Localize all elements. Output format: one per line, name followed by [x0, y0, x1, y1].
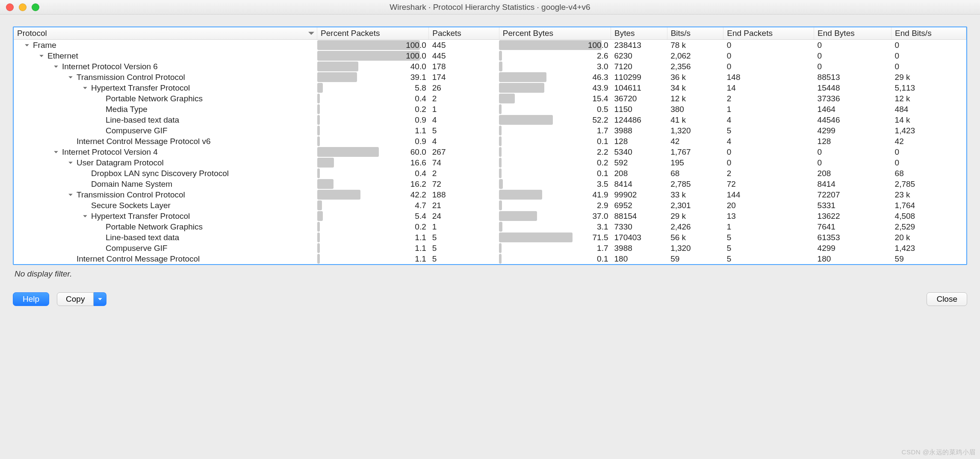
table-row[interactable]: User Datagram Protocol16.6740.2592195000: [14, 157, 966, 168]
bits-cell: 2,356: [667, 61, 723, 72]
table-body: Frame100.0445100.023841378 k000Ethernet1…: [14, 40, 966, 265]
col-header-protocol[interactable]: Protocol: [14, 27, 317, 40]
table-row[interactable]: Internet Control Message Protocol v60.94…: [14, 136, 966, 147]
disclosure-triangle-icon[interactable]: [52, 64, 59, 69]
table-row[interactable]: Compuserve GIF1.151.739881,320542991,423: [14, 243, 966, 253]
table-row[interactable]: Portable Network Graphics0.213.173302,42…: [14, 221, 966, 232]
end-bits-cell: 0: [891, 40, 966, 51]
percent-packets-cell: 1.1: [317, 243, 429, 253]
packets-cell: 5: [429, 232, 499, 243]
table-row[interactable]: Compuserve GIF1.151.739881,320542991,423: [14, 125, 966, 136]
percent-bytes-value: 15.4: [499, 93, 608, 104]
end-bytes-cell: 5331: [814, 200, 891, 211]
end-bits-cell: 20 k: [891, 232, 966, 243]
percent-packets-cell: 0.4: [317, 93, 429, 104]
disclosure-triangle-icon[interactable]: [81, 214, 89, 219]
disclosure-triangle-icon[interactable]: [67, 160, 74, 165]
bits-cell: 380: [667, 104, 723, 115]
col-header-bits-s[interactable]: Bits/s: [667, 27, 723, 40]
col-header-packets[interactable]: Packets: [429, 27, 499, 40]
col-header-percent-packets[interactable]: Percent Packets: [317, 27, 429, 40]
bits-cell: 195: [667, 157, 723, 168]
table-row[interactable]: Internet Control Message Protocol1.150.1…: [14, 253, 966, 264]
percent-bytes-value: 100.0: [499, 40, 608, 50]
col-header-end-packets[interactable]: End Packets: [723, 27, 814, 40]
stats-table-container: ProtocolPercent PacketsPacketsPercent By…: [13, 26, 967, 265]
protocol-cell: Internet Protocol Version 6: [14, 61, 317, 72]
copy-button[interactable]: Copy: [57, 292, 94, 306]
table-row[interactable]: Line-based text data1.1571.517040356 k56…: [14, 232, 966, 243]
end-packets-cell: 20: [723, 200, 814, 211]
protocol-cell: Hypertext Transfer Protocol: [14, 211, 317, 221]
chevron-down-icon: [97, 297, 103, 302]
table-row[interactable]: Media Type0.210.5115038011464484: [14, 104, 966, 115]
protocol-cell: Hypertext Transfer Protocol: [14, 82, 317, 93]
end-bits-cell: 0: [891, 157, 966, 168]
table-row[interactable]: Transmission Control Protocol39.117446.3…: [14, 72, 966, 82]
protocol-cell: Dropbox LAN sync Discovery Protocol: [14, 168, 317, 179]
protocol-cell: Media Type: [14, 104, 317, 115]
protocol-cell: Portable Network Graphics: [14, 93, 317, 104]
col-header-bytes[interactable]: Bytes: [611, 27, 667, 40]
percent-packets-value: 39.1: [317, 72, 426, 82]
bits-cell: 12 k: [667, 93, 723, 104]
table-row[interactable]: Line-based text data0.9452.212448641 k44…: [14, 115, 966, 125]
packets-cell: 24: [429, 211, 499, 221]
percent-packets-cell: 5.4: [317, 211, 429, 221]
close-button[interactable]: Close: [927, 292, 967, 306]
protocol-label: Line-based text data: [106, 233, 179, 242]
end-packets-cell: 5: [723, 253, 814, 264]
end-bits-cell: 1,764: [891, 200, 966, 211]
bits-cell: 68: [667, 168, 723, 179]
percent-bytes-cell: 71.5: [499, 232, 611, 243]
percent-packets-value: 100.0: [317, 50, 426, 61]
percent-bytes-value: 2.2: [499, 147, 608, 157]
table-row[interactable]: Domain Name System16.2723.584142,7857284…: [14, 179, 966, 189]
table-row[interactable]: Internet Protocol Version 640.01783.0712…: [14, 61, 966, 72]
bytes-cell: 592: [611, 157, 667, 168]
percent-bytes-cell: 3.5: [499, 179, 611, 189]
table-row[interactable]: Secure Sockets Layer4.7212.969522,301205…: [14, 200, 966, 211]
end-bits-cell: 1,423: [891, 125, 966, 136]
percent-bytes-value: 0.1: [499, 136, 608, 147]
percent-bytes-value: 3.5: [499, 179, 608, 189]
table-row[interactable]: Internet Protocol Version 460.02672.2534…: [14, 147, 966, 157]
disclosure-triangle-icon[interactable]: [38, 53, 45, 59]
end-bits-cell: 5,113: [891, 82, 966, 93]
protocol-label: Compuserve GIF: [106, 126, 168, 135]
table-row[interactable]: Portable Network Graphics0.4215.43672012…: [14, 93, 966, 104]
disclosure-triangle-icon[interactable]: [52, 150, 59, 155]
disclosure-triangle-icon[interactable]: [81, 85, 89, 91]
end-bits-cell: 0: [891, 61, 966, 72]
end-bytes-cell: 180: [814, 253, 891, 264]
col-header-percent-bytes[interactable]: Percent Bytes: [499, 27, 611, 40]
table-row[interactable]: Transmission Control Protocol42.218841.9…: [14, 189, 966, 200]
col-header-end-bits-s[interactable]: End Bits/s: [891, 27, 966, 40]
end-packets-cell: 72: [723, 179, 814, 189]
help-button[interactable]: Help: [13, 292, 49, 306]
end-bytes-cell: 37336: [814, 93, 891, 104]
stats-table: ProtocolPercent PacketsPacketsPercent By…: [14, 27, 966, 264]
percent-bytes-cell: 37.0: [499, 211, 611, 221]
bits-cell: 59: [667, 253, 723, 264]
end-bytes-cell: 61353: [814, 232, 891, 243]
table-row[interactable]: Hypertext Transfer Protocol5.82643.91046…: [14, 82, 966, 93]
table-row[interactable]: Hypertext Transfer Protocol5.42437.08815…: [14, 211, 966, 221]
table-row[interactable]: Frame100.0445100.023841378 k000: [14, 40, 966, 51]
packets-cell: 5: [429, 125, 499, 136]
dialog-body: ProtocolPercent PacketsPacketsPercent By…: [0, 15, 980, 283]
bits-cell: 36 k: [667, 72, 723, 82]
disclosure-triangle-icon[interactable]: [67, 75, 74, 80]
packets-cell: 4: [429, 136, 499, 147]
col-header-end-bytes[interactable]: End Bytes: [814, 27, 891, 40]
percent-bytes-value: 37.0: [499, 211, 608, 221]
end-bytes-cell: 0: [814, 157, 891, 168]
packets-cell: 5: [429, 253, 499, 264]
table-row[interactable]: Ethernet100.04452.662302,062000: [14, 50, 966, 61]
table-row[interactable]: Dropbox LAN sync Discovery Protocol0.420…: [14, 168, 966, 179]
disclosure-triangle-icon[interactable]: [23, 43, 30, 48]
percent-packets-value: 1.1: [317, 125, 426, 136]
copy-dropdown[interactable]: [94, 292, 106, 306]
protocol-cell: Transmission Control Protocol: [14, 189, 317, 200]
disclosure-triangle-icon[interactable]: [67, 192, 74, 197]
